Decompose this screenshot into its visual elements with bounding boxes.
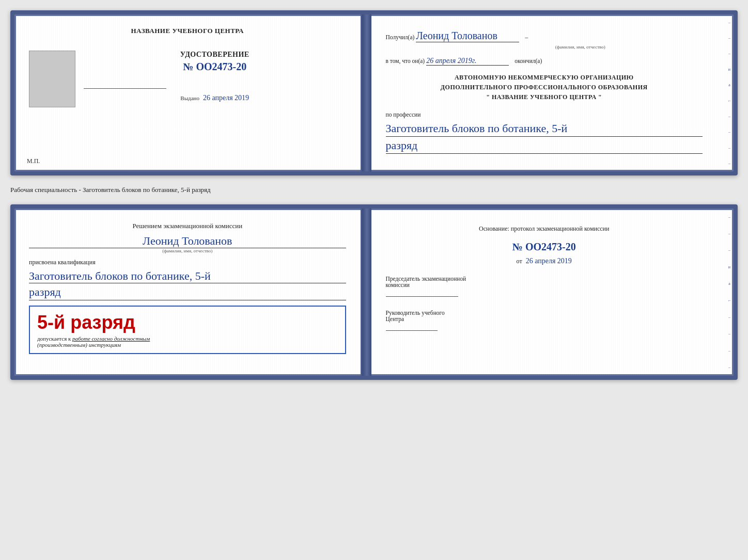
director-signature-2 xyxy=(386,330,438,331)
training-center-label-1: НАЗВАНИЕ УЧЕБНОГО ЦЕНТРА xyxy=(29,27,346,35)
org-line3-1: " НАЗВАНИЕ УЧЕБНОГО ЦЕНТРА " xyxy=(386,92,703,102)
spine-1 xyxy=(362,14,371,171)
director-label-2: Руководитель учебного xyxy=(386,310,703,316)
basis-label-2: Основание: протокол экзаменационной коми… xyxy=(479,225,609,232)
allowed-prefix-2: допускается к xyxy=(37,335,71,342)
chairman-signature-2 xyxy=(386,296,458,297)
chairman-label-2: Председатель экзаменационной xyxy=(386,276,703,282)
doc2-right: Основание: протокол экзаменационной коми… xyxy=(371,209,734,376)
profession-name-1: Заготовитель блоков по ботанике, 5-й xyxy=(386,122,568,135)
document-card-2: Решением экзаменационной комиссии Леонид… xyxy=(10,204,738,380)
qualification-name-2: Заготовитель блоков по ботанике, 5-й xyxy=(29,269,211,282)
between-docs-label: Рабочая специальность - Заготовитель бло… xyxy=(10,184,738,196)
certified-date-1: 26 апреля 2019г. xyxy=(426,57,476,65)
chairman-label2-2: комиссии xyxy=(386,282,703,288)
recipient-name-2: Леонид Толованов xyxy=(143,234,232,247)
fio-label-1: (фамилия, имя, отчество) xyxy=(458,44,703,50)
from-date-2: 26 апреля 2019 xyxy=(526,257,572,265)
mp-label-1: М.П. xyxy=(27,157,40,165)
org-line2-1: ДОПОЛНИТЕЛЬНОГО ПРОФЕССИОНАЛЬНОГО ОБРАЗО… xyxy=(386,83,703,92)
qualification-label-2: присвоена квалификация xyxy=(29,259,346,266)
protocol-number-2: № OO2473-20 xyxy=(386,241,703,253)
qualification-grade-2: разряд xyxy=(29,285,61,298)
cert-number-1: № OO2473-20 xyxy=(84,61,346,73)
spine-2 xyxy=(362,209,371,376)
issued-date-1: 26 апреля 2019 xyxy=(203,94,249,102)
doc2-left: Решением экзаменационной комиссии Леонид… xyxy=(14,209,362,376)
certificate-label-1: УДОСТОВЕРЕНИЕ xyxy=(84,51,346,59)
director-label2-2: Центра xyxy=(386,316,703,322)
commission-prefix-2: Решением экзаменационной комиссии xyxy=(29,221,346,231)
recipient-name-1: Леонид Толованов xyxy=(416,30,497,41)
allowed-text-2: работе согласно должностным xyxy=(72,335,150,342)
org-line1-1: АВТОНОМНУЮ НЕКОММЕРЧЕСКУЮ ОРГАНИЗАЦИЮ xyxy=(386,73,703,83)
page-wrapper: НАЗВАНИЕ УЧЕБНОГО ЦЕНТРА УДОСТОВЕРЕНИЕ №… xyxy=(10,10,738,380)
profession-label-1: по профессии xyxy=(386,111,421,118)
document-card-1: НАЗВАНИЕ УЧЕБНОГО ЦЕНТРА УДОСТОВЕРЕНИЕ №… xyxy=(10,10,738,175)
doc1-right: Получил(а) Леонид Толованов – (фамилия, … xyxy=(371,14,734,171)
from-label-2: от xyxy=(517,258,522,265)
photo-placeholder-1 xyxy=(29,51,75,107)
issued-label-1: Выдано xyxy=(180,95,199,101)
profession-grade-1: разряд xyxy=(386,139,418,152)
fio-label-2: (фамилия, имя, отчество) xyxy=(29,248,346,253)
received-prefix-1: Получил(а) xyxy=(386,34,415,40)
allowed-text2-2: (производственным) инструкциям xyxy=(37,342,338,348)
grade-badge-2: 5-й разряд xyxy=(37,312,338,333)
completed-label-1: окончил(а) xyxy=(515,58,542,64)
certified-prefix-1: в том, что он(а) xyxy=(386,58,425,64)
doc1-left: НАЗВАНИЕ УЧЕБНОГО ЦЕНТРА УДОСТОВЕРЕНИЕ №… xyxy=(14,14,362,171)
